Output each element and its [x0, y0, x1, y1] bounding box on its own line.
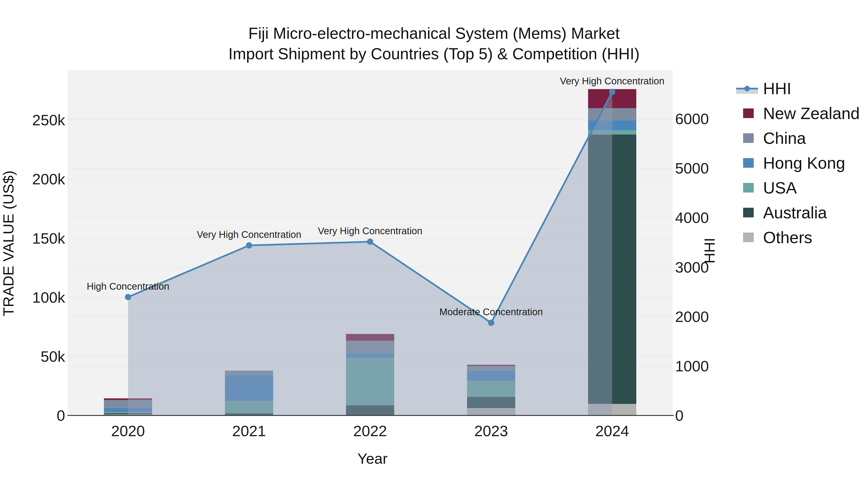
annotation-2021: Very High Concentration — [197, 229, 301, 240]
y-tick-right-2000: 2000 — [675, 308, 709, 325]
annotation-2024: Very High Concentration — [560, 76, 664, 86]
legend-label: HHI — [763, 79, 791, 98]
y-tick-left-250k: 250k — [32, 111, 65, 128]
legend-color-swatch — [743, 158, 754, 168]
legend-color-swatch — [743, 183, 754, 193]
y-tick-right-1000: 1000 — [675, 358, 709, 375]
legend-item-others[interactable]: Others — [736, 229, 860, 245]
legend-item-hhi[interactable]: HHI — [736, 80, 860, 96]
legend: HHINew ZealandChinaHong KongUSAAustralia… — [736, 80, 860, 245]
legend-color-swatch — [743, 133, 754, 143]
y-tick-right-5000: 5000 — [675, 160, 709, 177]
legend-swatch-usa — [736, 180, 763, 196]
hhi-marker-2023[interactable] — [488, 320, 494, 326]
legend-swatch-others — [736, 229, 763, 245]
x-tick-2021: 2021 — [232, 422, 266, 439]
legend-label: Others — [763, 228, 812, 247]
legend-label: Hong Kong — [763, 154, 845, 172]
y-tick-left-100k: 100k — [32, 289, 65, 306]
y-tick-left-200k: 200k — [32, 171, 65, 188]
x-tick-2023: 2023 — [474, 422, 508, 439]
y-tick-right-6000: 6000 — [675, 110, 709, 127]
legend-line-symbol — [736, 80, 763, 96]
legend-swatch-new-zealand — [736, 105, 763, 121]
x-tick-2022: 2022 — [353, 422, 387, 439]
y-tick-left-0: 0 — [57, 407, 65, 424]
hhi-marker-2022[interactable] — [367, 238, 373, 245]
y-tick-left-50k: 50k — [40, 348, 65, 365]
annotation-2023: Moderate Concentration — [439, 306, 543, 317]
annotation-2020: High Concentration — [87, 281, 169, 292]
legend-item-usa[interactable]: USA — [736, 180, 860, 196]
legend-swatch-china — [736, 130, 763, 146]
legend-item-new-zealand[interactable]: New Zealand — [736, 105, 860, 121]
y-axis-title-left: TRADE VALUE (US$) — [0, 170, 17, 316]
y-axis-title-right: HHI — [701, 238, 718, 264]
legend-label: USA — [763, 178, 797, 197]
hhi-marker-2020[interactable] — [125, 294, 131, 300]
annotation-2022: Very High Concentration — [318, 226, 423, 236]
x-axis-title: Year — [357, 450, 388, 467]
x-tick-2024: 2024 — [595, 422, 629, 439]
legend-item-australia[interactable]: Australia — [736, 205, 860, 221]
legend-color-swatch — [743, 208, 754, 217]
legend-swatch-australia — [736, 205, 763, 221]
chart-figure: Fiji Micro-electro-mechanical System (Me… — [0, 0, 868, 488]
legend-label: New Zealand — [763, 104, 860, 123]
legend-line-marker — [744, 86, 750, 91]
legend-item-china[interactable]: China — [736, 130, 860, 146]
y-tick-right-4000: 4000 — [675, 209, 709, 226]
legend-label: China — [763, 129, 806, 148]
hhi-marker-2021[interactable] — [246, 242, 252, 249]
legend-color-swatch — [743, 108, 754, 118]
legend-label: Australia — [763, 203, 827, 222]
hhi-marker-2024[interactable] — [609, 89, 615, 95]
legend-swatch-hong-kong — [736, 155, 763, 171]
y-tick-right-0: 0 — [675, 407, 684, 424]
legend-color-swatch — [743, 233, 754, 242]
x-tick-2020: 2020 — [111, 422, 145, 439]
legend-item-hong-kong[interactable]: Hong Kong — [736, 155, 860, 171]
y-tick-left-150k: 150k — [32, 230, 65, 247]
